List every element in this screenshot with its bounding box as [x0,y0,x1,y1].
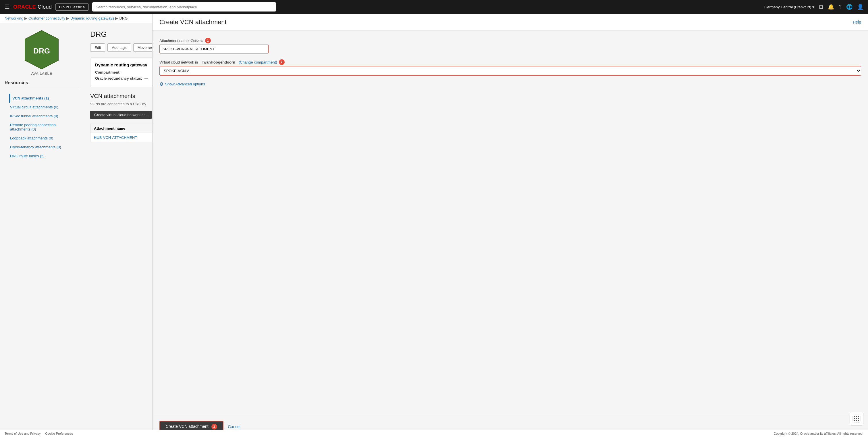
region-selector[interactable]: Germany Central (Frankfurt) ▾ [764,5,814,9]
help-link[interactable]: Help [853,20,861,24]
optional-label: Optional [190,38,204,42]
breadcrumb-drg-list[interactable]: Dynamic routing gateways [70,16,114,21]
redundancy-label: Oracle redundancy status: [95,76,142,81]
hub-vcn-link[interactable]: HUB-VCN-ATTACHMENT [94,136,137,140]
attachment-name-input[interactable] [159,45,269,54]
breadcrumb-customer-connectivity[interactable]: Customer connectivity [28,16,65,21]
nav-item-drg-route-tables[interactable]: DRG route tables (2) [9,151,74,161]
nav-item-ipsec[interactable]: IPSec tunnel attachments (0) [9,112,74,120]
create-vcn-attachment-panel: Create VCN attachment Help Attachment na… [152,14,868,169]
language-icon[interactable]: 🌐 [846,4,852,10]
attachment-name-group: Attachment name Optional 1 [159,38,861,54]
step-2-badge: 2 [279,59,285,65]
breadcrumb-sep-2: ▶ [66,16,69,21]
redundancy-value: — [145,76,148,81]
show-advanced-options-link[interactable]: ⚙ Show Advanced options [159,81,861,87]
search-input[interactable] [92,2,276,11]
create-vcn-attachment-main-button[interactable]: Create virtual cloud network at... [90,111,152,119]
attachment-name-label: Attachment name Optional 1 [159,38,861,43]
drg-status: AVAILABLE [31,71,52,76]
compartment-label: Compartment: [95,70,121,75]
nav-item-vcn-attachments[interactable]: VCN attachments (1) [9,94,74,103]
oracle-text: ORACLE [13,4,36,10]
overlay-title: Create VCN attachment [159,19,227,26]
nav-item-cross-tenancy[interactable]: Cross-tenancy attachments (0) [9,143,74,151]
console-icon[interactable]: ⊟ [819,4,823,10]
change-compartment-link[interactable]: (Change compartment) [239,60,277,64]
top-navigation: ☰ ORACLE Cloud Cloud Classic > Germany C… [0,0,868,14]
overlay-header: Create VCN attachment Help [153,14,868,31]
nav-item-virtual-circuit[interactable]: Virtual circuit attachments (0) [9,103,74,112]
sliders-icon: ⚙ [159,81,163,87]
vcn-select[interactable]: SPOKE-VCN-A [159,66,861,76]
resources-nav: VCN attachments (1) Virtual circuit atta… [5,91,79,163]
breadcrumb-sep-3: ▶ [115,16,118,21]
oracle-logo: ORACLE Cloud [13,4,52,10]
user-avatar-icon[interactable]: 👤 [857,4,863,10]
nav-item-remote-peering[interactable]: Remote peering connection attachments (0… [9,120,74,134]
breadcrumb-networking[interactable]: Networking [5,16,23,21]
step-1-badge: 1 [205,38,211,43]
cloud-classic-button[interactable]: Cloud Classic > [56,3,89,11]
hamburger-menu[interactable]: ☰ [5,3,10,10]
vcn-label: Virtual cloud network in IwanHoogendoorn… [159,59,861,65]
left-sidebar: DRG AVAILABLE Resources VCN attachments … [0,24,83,169]
svg-text:DRG: DRG [33,47,50,55]
breadcrumb-sep-1: ▶ [24,16,27,21]
drg-icon-container: DRG AVAILABLE [24,30,59,76]
nav-item-loopback[interactable]: Loopback attachments (0) [9,134,74,143]
cloud-text: Cloud [38,4,52,10]
overlay-body: Attachment name Optional 1 Virtual cloud… [153,31,868,169]
vcn-selector-group: Virtual cloud network in IwanHoogendoorn… [159,59,861,76]
drg-hex-icon: DRG [24,30,59,69]
add-tags-button[interactable]: Add tags [107,43,131,52]
breadcrumb-current: DRG [119,16,127,21]
help-icon[interactable]: ? [839,4,842,10]
resources-header: Resources [5,80,79,88]
nav-right: Germany Central (Frankfurt) ▾ ⊟ 🔔 ? 🌐 👤 [764,4,863,10]
edit-button[interactable]: Edit [90,43,105,52]
resources-section: Resources VCN attachments (1) Virtual ci… [5,80,79,163]
notification-bell-icon[interactable]: 🔔 [828,4,834,10]
